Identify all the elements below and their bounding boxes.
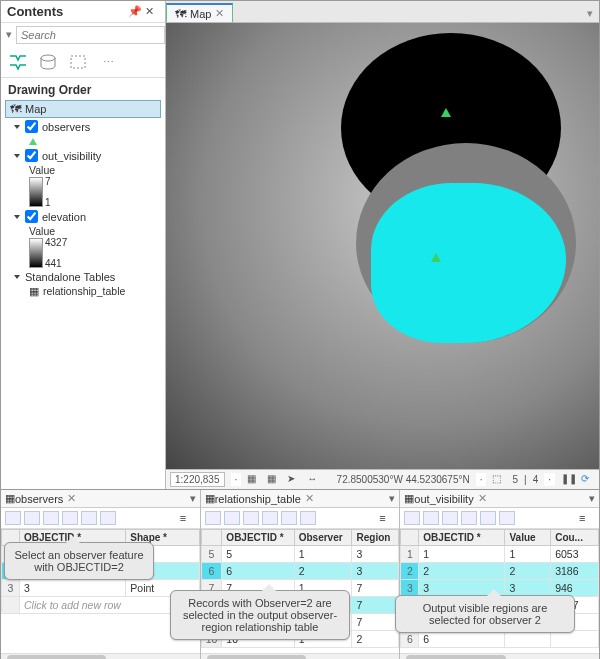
standalone-tables-heading[interactable]: Standalone Tables bbox=[5, 269, 161, 285]
table-tool-button[interactable] bbox=[224, 511, 240, 525]
selection-count-icon[interactable]: ⬚ bbox=[492, 473, 506, 487]
close-table-icon[interactable]: ✕ bbox=[305, 492, 314, 505]
map-status-bar: 1:220,835 · ▦ ▦ ➤ ↔ 72.8500530°W 44.5230… bbox=[166, 469, 599, 489]
snap-icon[interactable]: ▦ bbox=[267, 473, 281, 487]
table-tool-button[interactable] bbox=[281, 511, 297, 525]
contents-panel: Contents 📌 ✕ ▾ ▾ ⋯ Drawing Order bbox=[1, 1, 166, 489]
pin-icon[interactable]: 📌 bbox=[128, 5, 142, 19]
close-icon[interactable]: ✕ bbox=[145, 5, 159, 19]
column-header[interactable]: OBJECTID * bbox=[222, 530, 294, 546]
callout-out-visibility: Output visible regions are selected for … bbox=[395, 595, 575, 633]
layer-observers-label: observers bbox=[42, 121, 90, 133]
map-canvas[interactable] bbox=[166, 23, 599, 469]
close-table-icon[interactable]: ✕ bbox=[478, 492, 487, 505]
view-menu-caret-icon[interactable]: ▾ bbox=[581, 5, 599, 22]
horizontal-scrollbar[interactable] bbox=[201, 653, 400, 659]
column-header[interactable]: Region bbox=[352, 530, 399, 546]
observer-point-2[interactable] bbox=[431, 253, 441, 262]
column-header[interactable]: Value bbox=[505, 530, 551, 546]
standalone-tables-label: Standalone Tables bbox=[25, 271, 115, 283]
table-icon: ▦ bbox=[404, 492, 414, 505]
table-tool-button[interactable] bbox=[499, 511, 515, 525]
list-by-source-icon[interactable] bbox=[37, 51, 59, 73]
table-tool-button[interactable] bbox=[442, 511, 458, 525]
table-row[interactable]: 66 bbox=[401, 631, 599, 648]
table-tool-button[interactable] bbox=[100, 511, 116, 525]
column-header[interactable]: Cou... bbox=[551, 530, 599, 546]
layer-observers-checkbox[interactable] bbox=[25, 120, 38, 133]
expand-caret-icon[interactable] bbox=[14, 215, 20, 219]
pause-icon[interactable]: ❚❚ bbox=[561, 473, 575, 487]
table-tool-button[interactable] bbox=[262, 511, 278, 525]
column-header[interactable]: OBJECTID * bbox=[419, 530, 505, 546]
table-tool-button[interactable] bbox=[300, 511, 316, 525]
elevation-ramp bbox=[29, 238, 43, 268]
callout-select-observer: Select an observer feature with OBJECTID… bbox=[4, 542, 154, 580]
ramp-high: 4327 bbox=[45, 237, 67, 248]
table-tool-button[interactable] bbox=[480, 511, 496, 525]
map-node-label: Map bbox=[25, 103, 46, 115]
ramp-low: 441 bbox=[45, 258, 67, 269]
refresh-icon[interactable]: ⟳ bbox=[581, 473, 595, 487]
table-row[interactable]: 6623 bbox=[201, 563, 399, 580]
layer-out-visibility[interactable]: out_visibility bbox=[5, 147, 161, 164]
standalone-table-item[interactable]: relationship_table bbox=[43, 285, 125, 297]
constraint-icon[interactable]: ↔ bbox=[307, 473, 321, 487]
grid-icon[interactable]: ▦ bbox=[247, 473, 261, 487]
table-menu-caret-icon[interactable]: ▾ bbox=[589, 492, 595, 505]
table-tab-label[interactable]: out_visibility bbox=[414, 493, 473, 505]
expand-caret-icon[interactable] bbox=[14, 125, 20, 129]
table-tab-label[interactable]: observers bbox=[15, 493, 63, 505]
table-tool-button[interactable] bbox=[43, 511, 59, 525]
map-node[interactable]: 🗺 Map bbox=[5, 100, 161, 118]
search-input[interactable] bbox=[16, 26, 165, 44]
map-tab-icon: 🗺 bbox=[175, 8, 186, 20]
table-tool-button[interactable] bbox=[404, 511, 420, 525]
table-tool-button[interactable] bbox=[461, 511, 477, 525]
observer-point-1[interactable] bbox=[441, 108, 451, 117]
table-icon: ▦ bbox=[29, 285, 39, 297]
layer-out-visibility-checkbox[interactable] bbox=[25, 149, 38, 162]
table-tool-button[interactable] bbox=[243, 511, 259, 525]
table-tool-button[interactable] bbox=[62, 511, 78, 525]
list-by-drawing-icon[interactable] bbox=[7, 51, 29, 73]
table-menu-icon[interactable]: ≡ bbox=[579, 512, 595, 524]
table-menu-caret-icon[interactable]: ▾ bbox=[190, 492, 196, 505]
table-tool-button[interactable] bbox=[423, 511, 439, 525]
list-by-selection-icon[interactable] bbox=[67, 51, 89, 73]
table-menu-caret-icon[interactable]: ▾ bbox=[389, 492, 395, 505]
table-tool-button[interactable] bbox=[81, 511, 97, 525]
table-menu-icon[interactable]: ≡ bbox=[379, 512, 395, 524]
map-tab[interactable]: 🗺 Map ✕ bbox=[166, 3, 233, 22]
layer-elevation-checkbox[interactable] bbox=[25, 210, 38, 223]
layer-observers[interactable]: observers bbox=[5, 118, 161, 135]
layer-tree: 🗺 Map observers out_visibility Value 71 bbox=[1, 100, 165, 301]
horizontal-scrollbar[interactable] bbox=[400, 653, 599, 659]
coords-readout: 72.8500530°W 44.5230675°N bbox=[337, 474, 470, 485]
layer-out-visibility-label: out_visibility bbox=[42, 150, 101, 162]
table-row[interactable]: 5513 bbox=[201, 546, 399, 563]
layer-elevation[interactable]: elevation bbox=[5, 208, 161, 225]
table-tool-button[interactable] bbox=[24, 511, 40, 525]
layer-elevation-label: elevation bbox=[42, 211, 86, 223]
table-menu-icon[interactable]: ≡ bbox=[180, 512, 196, 524]
expand-caret-icon[interactable] bbox=[14, 154, 20, 158]
selection-count: 5 bbox=[512, 474, 518, 485]
close-table-icon[interactable]: ✕ bbox=[67, 492, 76, 505]
table-toolbar: ≡ bbox=[400, 508, 599, 529]
table-tool-button[interactable] bbox=[5, 511, 21, 525]
expand-caret-icon[interactable] bbox=[14, 275, 20, 279]
table-tab-label[interactable]: relationship_table bbox=[215, 493, 301, 505]
table-icon: ▦ bbox=[205, 492, 215, 505]
column-header[interactable]: Observer bbox=[294, 530, 352, 546]
filter-icon[interactable]: ▾ bbox=[6, 28, 12, 42]
table-row[interactable]: 2223186 bbox=[401, 563, 599, 580]
compass-icon[interactable]: ➤ bbox=[287, 473, 301, 487]
table-tool-button[interactable] bbox=[205, 511, 221, 525]
close-map-tab-icon[interactable]: ✕ bbox=[215, 7, 224, 20]
scale-input[interactable]: 1:220,835 bbox=[170, 472, 225, 487]
table-row[interactable]: 1116053 bbox=[401, 546, 599, 563]
horizontal-scrollbar[interactable] bbox=[1, 653, 200, 659]
ramp-high: 7 bbox=[45, 176, 51, 187]
more-options-icon[interactable]: ⋯ bbox=[97, 51, 119, 73]
